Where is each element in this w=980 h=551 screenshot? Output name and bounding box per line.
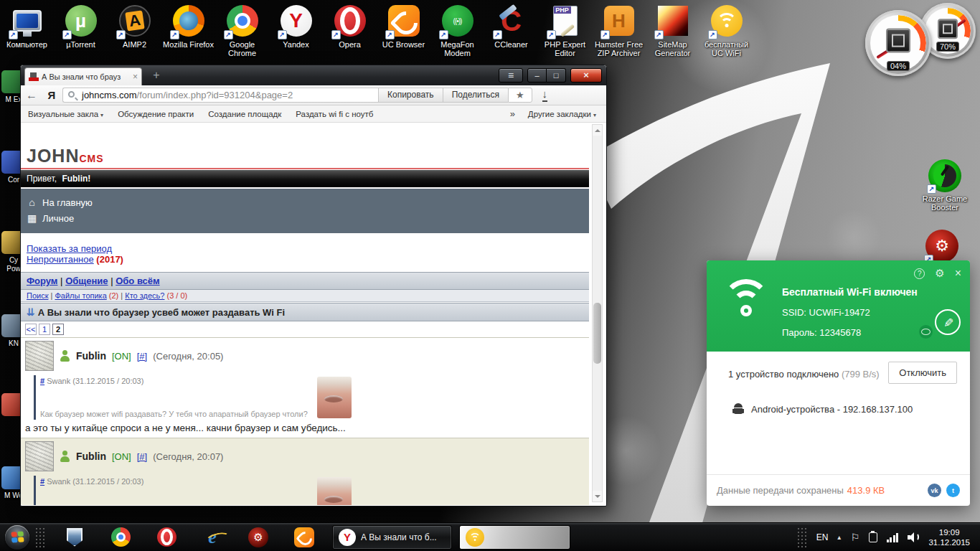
forum-nav: ⌂На главную ▦Личное — [21, 187, 589, 233]
gear-icon[interactable]: ⚙ — [935, 267, 944, 280]
wifi-panel-header: ? ⚙ × Бесплатный Wi-Fi включен SSID: UCW… — [707, 260, 970, 352]
vertical-scrollbar[interactable] — [592, 124, 603, 502]
post-anchor-link[interactable]: [#] — [137, 351, 147, 362]
bookmark-item[interactable]: Обсуждение практи — [110, 110, 201, 118]
bookmarks-overflow-chevrons[interactable]: » — [504, 108, 521, 119]
clipboard-tray-icon[interactable] — [869, 532, 877, 542]
topic-files-link[interactable]: Файлы топика — [55, 291, 106, 300]
desktop-icon-game-booster-red[interactable]: ⚙↗ — [925, 230, 960, 263]
page-1-button[interactable]: 1 — [39, 324, 50, 335]
help-icon[interactable]: ? — [914, 268, 925, 279]
twitter-icon[interactable]: t — [946, 484, 960, 497]
close-button[interactable]: × — [570, 68, 602, 83]
task-button-label: А Вы знали что б... — [361, 532, 437, 542]
other-bookmarks-button[interactable]: Другие закладки▾ — [521, 110, 606, 118]
minimize-button[interactable]: – — [527, 68, 547, 83]
share-url-button[interactable]: Поделиться — [443, 88, 508, 103]
nav-personal-link[interactable]: ▦Личное — [27, 210, 589, 226]
topic-tools: Поиск | Файлы топика (2) | Кто здесь? (3… — [21, 290, 589, 302]
taskbar-icon-game-booster[interactable]: ⚙ — [248, 527, 269, 548]
user-avatar[interactable] — [25, 341, 54, 371]
task-button-browser[interactable]: Y А Вы знали что б... — [332, 525, 452, 550]
unread-link[interactable]: Непрочитанное — [27, 254, 94, 265]
scroll-up-arrow[interactable] — [593, 125, 602, 136]
icon-label: UC Browser — [382, 40, 425, 49]
edit-wifi-button[interactable]: ✎ — [935, 309, 961, 335]
scroll-down-arrow[interactable] — [593, 491, 602, 501]
desktop-icon-megafon[interactable]: ((•))↗ MegaFon Modem — [430, 4, 484, 57]
desktop-icon-yandex[interactable]: Y↗ Yandex — [269, 4, 323, 57]
desktop-icon-computer[interactable]: ↗ Компьютер — [0, 4, 54, 57]
username: Fublin! — [62, 174, 90, 184]
tray-grip — [797, 527, 807, 547]
crumb-obo-vsem[interactable]: Обо всём — [116, 276, 159, 286]
volume-icon[interactable] — [908, 532, 919, 542]
page-prev-button[interactable]: << — [25, 324, 37, 335]
cpu-meter-gadget[interactable]: 70% 04% — [865, 3, 977, 76]
scrollbar-thumb[interactable] — [593, 303, 601, 364]
bookmark-item[interactable]: Визуальные закла▾ — [21, 110, 110, 118]
show-password-eye-icon[interactable] — [919, 325, 933, 339]
quote-anchor-link[interactable]: # — [40, 477, 44, 486]
copy-url-button[interactable]: Копировать — [378, 88, 443, 103]
post-anchor-link[interactable]: [#] — [137, 451, 147, 462]
pagination: << 1 2 — [21, 321, 589, 337]
back-button[interactable]: ← — [21, 89, 42, 102]
task-button-uc-wifi[interactable] — [459, 525, 570, 550]
johncms-logo[interactable]: JOHNCMS — [21, 123, 589, 169]
bookmark-item[interactable]: Создание площадк — [201, 110, 288, 118]
bookmark-item[interactable]: Раздать wi fi с ноутб — [288, 110, 380, 118]
post-author[interactable]: Fublin — [76, 350, 106, 362]
desktop-icon-php-editor[interactable]: ↗ PHP Expert Editor — [538, 4, 592, 57]
desktop-icon-aimp2[interactable]: A↗ AIMP2 — [108, 4, 161, 57]
quote-anchor-link[interactable]: # — [40, 377, 44, 385]
disconnect-button[interactable]: Отключить — [888, 362, 957, 384]
taskbar-icon-uc-browser[interactable] — [293, 527, 315, 548]
desktop-icon-opera[interactable]: ↗ Opera — [323, 4, 377, 57]
home-icon: ⌂ — [27, 197, 37, 208]
browser-menu-button[interactable]: ≡ — [499, 68, 523, 83]
who-is-here-link[interactable]: Кто здесь? — [125, 291, 164, 300]
taskbar-icon-modem[interactable] — [64, 527, 85, 548]
grid-icon: ▦ — [27, 212, 37, 224]
tray-expand-icon[interactable]: ▴ — [837, 533, 841, 541]
desktop-icon-razer-game-booster[interactable]: ↗ Razer Game Booster — [913, 159, 977, 212]
maximize-button[interactable]: □ — [547, 68, 566, 83]
desktop-icon-hamster-zip[interactable]: H↗ Hamster Free ZIP Archiver — [592, 4, 646, 57]
nav-home-link[interactable]: ⌂На главную — [27, 194, 589, 210]
taskbar-icon-chrome[interactable] — [110, 527, 131, 548]
crumb-forum[interactable]: Форум — [27, 276, 57, 286]
desktop-icon-chrome[interactable]: ↗ Google Chrome — [215, 4, 269, 57]
new-tab-button[interactable]: + — [149, 69, 164, 83]
desktop-icon-firefox[interactable]: ↗ Mozilla Firefox — [161, 4, 215, 57]
crumb-obschenie[interactable]: Общение — [65, 276, 108, 286]
yandex-browser-icon[interactable]: Я — [42, 89, 61, 101]
tab-close-icon[interactable]: × — [133, 72, 138, 82]
show-period-link[interactable]: Показать за период — [27, 243, 112, 254]
language-indicator[interactable]: EN — [816, 532, 829, 542]
start-button[interactable] — [5, 525, 29, 550]
taskbar-icon-ie[interactable]: e — [202, 527, 223, 548]
taskbar-icon-opera[interactable] — [156, 527, 177, 548]
clock[interactable]: 19:09 31.12.2015 — [928, 527, 974, 547]
downloads-icon[interactable]: ↓ — [542, 88, 548, 102]
desktop-icon-utorrent[interactable]: µ↗ µTorrent — [54, 4, 108, 57]
action-center-flag-icon[interactable]: ⚐ — [850, 532, 859, 543]
browser-tab[interactable]: А Вы знали что брауз × — [24, 67, 142, 85]
address-bar[interactable]: johncms.com/forum/index.php?id=931204&pa… — [62, 88, 378, 103]
desktop-icon-uc-browser[interactable]: ↗ UC Browser — [377, 4, 430, 57]
desktop-icon-uc-wifi[interactable]: ↗ бесплатный UC WiFi — [699, 4, 753, 57]
desktop-icon-sitemap[interactable]: ↗ SiteMap Generator — [646, 4, 699, 57]
bookmark-star-icon[interactable]: ★ — [508, 88, 532, 103]
greeting-bar: Привет, Fublin! — [21, 169, 589, 187]
tray-time: 19:09 — [928, 527, 970, 537]
close-panel-icon[interactable]: × — [955, 267, 961, 280]
desktop-icon-ccleaner[interactable]: C↗ CCleaner — [484, 4, 538, 57]
device-list-item[interactable]: Android-устройства - 192.168.137.100 — [732, 403, 913, 415]
shortcut-arrow-icon: ↗ — [493, 30, 502, 39]
vk-icon[interactable]: vk — [928, 484, 941, 497]
network-signal-icon[interactable] — [887, 532, 899, 542]
search-link[interactable]: Поиск — [27, 291, 48, 300]
user-avatar[interactable] — [25, 441, 54, 471]
post-author[interactable]: Fublin — [76, 451, 106, 462]
